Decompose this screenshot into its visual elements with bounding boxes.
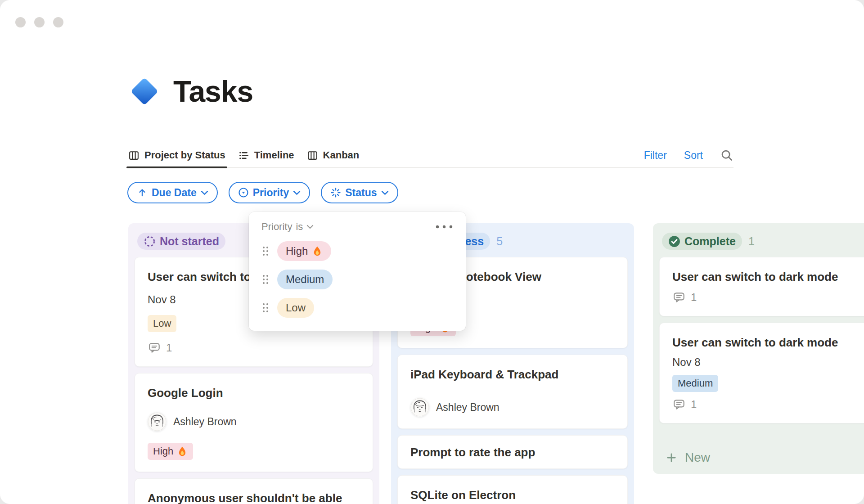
minimize-window-button[interactable]: [34, 17, 45, 27]
filter-pill-label: Due Date: [152, 187, 197, 199]
assignee: Ashley Brown: [410, 398, 615, 417]
drag-handle-icon[interactable]: [261, 245, 270, 257]
card-list: User can switch to dark mode 1 User can …: [659, 257, 864, 423]
drag-handle-icon[interactable]: [261, 274, 270, 285]
close-window-button[interactable]: [15, 17, 26, 27]
card-due-date: Nov 8: [672, 356, 864, 369]
tab-label: Kanban: [323, 149, 360, 161]
search-icon[interactable]: [720, 148, 734, 162]
filter-operator: is: [296, 221, 303, 233]
priority-badge-medium: Medium: [672, 375, 718, 392]
assignee: Ashley Brown: [148, 412, 360, 431]
task-card[interactable]: SQLite on Electron: [397, 475, 628, 504]
tab-label: Project by Status: [144, 149, 225, 161]
dropdown-header: Priority is: [261, 221, 453, 233]
drag-handle-icon[interactable]: [261, 302, 270, 314]
card-title: User can switch to dark mode: [672, 335, 864, 350]
filter-pill-label: Status: [345, 187, 377, 199]
blue-diamond-icon: [127, 74, 162, 108]
priority-option-pill[interactable]: Medium: [277, 270, 333, 289]
column-count: 1: [748, 235, 755, 248]
filter-rule-selector[interactable]: Priority is: [261, 221, 314, 233]
avatar: [148, 412, 166, 431]
priority-option-medium[interactable]: Medium: [261, 270, 453, 289]
priority-option-pill[interactable]: High: [277, 241, 331, 261]
comment-count: 1: [672, 291, 864, 304]
comment-icon: [148, 341, 161, 355]
board-icon: [307, 150, 318, 161]
card-title: SQLite on Electron: [410, 487, 615, 503]
app-window: Tasks Project by Status Timeline Kanban …: [0, 0, 864, 504]
priority-option-high[interactable]: High: [261, 241, 453, 261]
fire-icon: [177, 446, 188, 457]
due-date-filter-pill[interactable]: Due Date: [127, 182, 218, 203]
column-name: Complete: [684, 235, 736, 248]
card-title: Prompt to rate the app: [410, 445, 615, 459]
comment-count: 1: [148, 341, 360, 355]
timeline-icon: [238, 150, 249, 161]
assignee-name: Ashley Brown: [173, 416, 237, 428]
tab-kanban[interactable]: Kanban: [307, 143, 360, 167]
chevron-down-icon: [306, 225, 314, 229]
column-complete: Complete 1 User can switch to dark mode …: [653, 223, 864, 474]
fire-icon: [312, 246, 323, 256]
comment-icon: [672, 291, 686, 304]
status-burst-icon: [330, 187, 341, 198]
sort-button[interactable]: Sort: [684, 149, 703, 162]
priority-filter-dropdown: Priority is High Medium Low: [249, 212, 466, 331]
dropdown-options-menu-button[interactable]: [435, 225, 453, 229]
priority-filter-pill[interactable]: Priority: [229, 182, 310, 203]
task-card[interactable]: User can switch to dark mode 1: [659, 257, 864, 316]
comment-count-value: 1: [691, 291, 697, 304]
card-title: Anonymous user shouldn't be able: [148, 490, 360, 504]
view-tabs-bar: Project by Status Timeline Kanban Filter…: [128, 143, 734, 168]
arrow-up-icon: [137, 187, 148, 198]
comment-count-value: 1: [166, 342, 172, 354]
task-card[interactable]: Anonymous user shouldn't be able: [135, 478, 373, 504]
view-actions: Filter Sort: [644, 148, 734, 162]
assignee-name: Ashley Brown: [436, 401, 500, 414]
priority-option-low[interactable]: Low: [261, 298, 453, 318]
chevron-down-icon: [381, 190, 389, 195]
tab-project-by-status[interactable]: Project by Status: [128, 143, 225, 167]
view-tabs: Project by Status Timeline Kanban: [128, 143, 359, 167]
priority-circle-icon: [238, 187, 249, 198]
page-title: Tasks: [173, 74, 253, 108]
comment-count-value: 1: [691, 398, 697, 411]
avatar: [410, 398, 429, 417]
column-status-pill[interactable]: Not started: [137, 233, 225, 250]
filter-button[interactable]: Filter: [644, 149, 667, 162]
new-card-label: New: [685, 450, 710, 465]
card-title: User can switch to dark mode: [672, 269, 864, 284]
plus-icon: [666, 452, 677, 464]
priority-badge-low: Low: [148, 315, 176, 332]
card-title: Google Login: [148, 385, 360, 400]
active-filters-bar: Due Date Priority Status: [127, 182, 398, 203]
column-count: 5: [496, 235, 503, 248]
filter-pill-label: Priority: [253, 187, 289, 199]
board-icon: [128, 150, 140, 161]
card-title: iPad Keyboard & Trackpad: [410, 367, 615, 382]
status-filter-pill[interactable]: Status: [321, 182, 398, 203]
column-name: Not started: [160, 235, 219, 248]
task-card[interactable]: Google Login Ashley Brown High: [135, 373, 373, 472]
task-card[interactable]: User can switch to dark mode Nov 8 Mediu…: [659, 323, 864, 423]
comment-count: 1: [672, 398, 864, 411]
dashed-circle-icon: [144, 235, 156, 248]
chevron-down-icon: [201, 190, 208, 195]
priority-option-pill[interactable]: Low: [277, 298, 314, 318]
priority-badge-high: High: [148, 443, 193, 460]
task-card[interactable]: Prompt to rate the app: [397, 435, 628, 469]
page-header: Tasks: [127, 74, 253, 108]
new-card-button[interactable]: New: [659, 446, 864, 468]
tab-timeline[interactable]: Timeline: [238, 143, 294, 167]
tab-label: Timeline: [254, 149, 294, 161]
check-circle-icon: [668, 235, 680, 248]
chevron-down-icon: [293, 190, 301, 195]
ellipsis-icon: [435, 225, 453, 229]
column-header: Complete 1: [662, 233, 864, 250]
column-status-pill[interactable]: Complete: [662, 233, 742, 250]
maximize-window-button[interactable]: [53, 17, 63, 27]
filter-field-name: Priority: [261, 221, 292, 233]
task-card[interactable]: iPad Keyboard & Trackpad Ashley Brown: [397, 355, 628, 429]
